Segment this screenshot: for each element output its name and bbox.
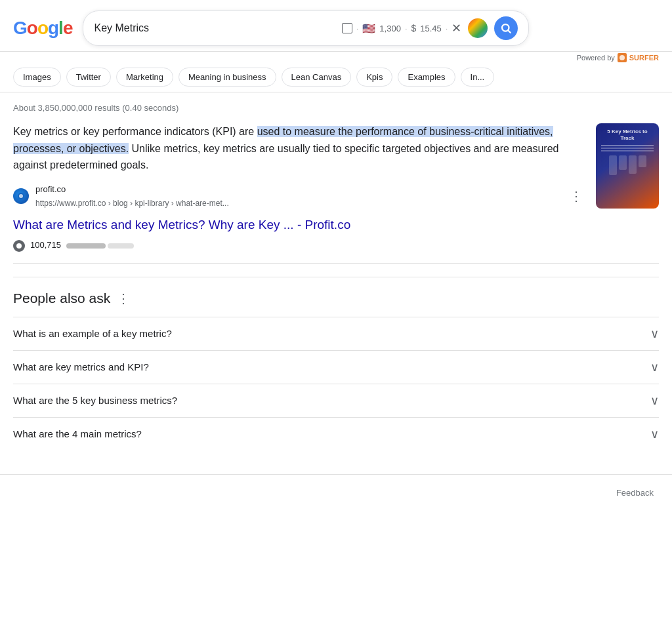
featured-image-thumbnail: 5 Key Metrics to Track	[596, 123, 659, 209]
img-bar-4	[639, 155, 646, 167]
source-line: profit.co https://www.profit.co › blog ›…	[13, 183, 585, 210]
surfer-logo-icon	[619, 54, 625, 61]
flag-icon: 🇺🇸	[362, 22, 375, 35]
search-bar: Key Metrics · 🇺🇸 1,300 · $ 15.45 · ✕	[83, 10, 529, 46]
divider-1	[13, 277, 659, 277]
filter-chip-examples[interactable]: Examples	[398, 68, 455, 87]
chevron-down-icon-1: ∨	[650, 327, 659, 341]
surfer-brand-label: SURFER	[629, 54, 659, 62]
feedback-bar: Feedback	[0, 474, 672, 511]
paa-item-1[interactable]: What is an example of a key metric? ∨	[13, 317, 659, 350]
rating-bar-1	[66, 243, 106, 249]
surfer-icon	[618, 53, 627, 62]
featured-image-label: 5 Key Metrics to Track	[601, 129, 654, 175]
image-title-label: 5 Key Metrics to Track	[601, 129, 654, 142]
result-count-badge: 1,300	[379, 24, 401, 33]
clear-search-icon[interactable]: ✕	[452, 21, 461, 35]
paa-question-1: What is an example of a key metric?	[13, 328, 172, 339]
chevron-down-icon-3: ∨	[650, 393, 659, 408]
img-bar-group	[601, 155, 654, 175]
paa-item-3[interactable]: What are the 5 key business metrics? ∨	[13, 384, 659, 417]
chevron-down-icon-4: ∨	[650, 427, 659, 441]
cost-badge: 15.45	[420, 24, 442, 33]
source-more-icon[interactable]: ⋮	[567, 183, 585, 209]
paa-item-4[interactable]: What are the 4 main metrics? ∨	[13, 417, 659, 451]
results-count: About 3,850,000,000 results (0.40 second…	[13, 103, 659, 113]
rating-symbol-icon	[16, 243, 22, 249]
filter-bar: Images Twitter Marketing Meaning in busi…	[0, 62, 672, 92]
search-input[interactable]: Key Metrics	[94, 22, 335, 34]
rating-bar-2	[108, 243, 134, 249]
dot-sep-1: ·	[356, 24, 359, 33]
filter-chip-meaning-in-business[interactable]: Meaning in business	[178, 68, 276, 87]
svg-point-2	[620, 55, 625, 60]
img-bar-2	[619, 155, 627, 170]
svg-line-1	[509, 30, 511, 32]
search-meta: · 🇺🇸 1,300 · $ 15.45 · ✕	[342, 21, 462, 35]
dot-sep-2: ·	[405, 24, 408, 33]
paa-item-2[interactable]: What are key metrics and KPI? ∨	[13, 350, 659, 384]
rating-line: 100,715	[13, 239, 585, 252]
rating-icon	[13, 240, 25, 252]
google-lens-button[interactable]	[468, 18, 488, 38]
img-line-2	[601, 148, 654, 149]
img-bar-1	[609, 155, 617, 175]
featured-snippet: Key metrics or key performance indicator…	[13, 123, 659, 264]
google-logo: Google	[13, 18, 72, 39]
main-content: About 3,850,000,000 results (0.40 second…	[0, 92, 672, 461]
img-bar-3	[629, 155, 637, 174]
filter-chip-lean-canvas[interactable]: Lean Canvas	[282, 68, 352, 87]
feedback-button[interactable]: Feedback	[611, 485, 659, 500]
paa-question-2: What are key metrics and KPI?	[13, 361, 149, 372]
img-line-1	[601, 145, 654, 146]
filter-chip-marketing[interactable]: Marketing	[116, 68, 173, 87]
result-link[interactable]: What are Metrics and key Metrics? Why ar…	[13, 215, 585, 235]
featured-text: Key metrics or key performance indicator…	[13, 123, 585, 252]
chevron-down-icon-2: ∨	[650, 360, 659, 374]
people-also-ask-section: People also ask ⋮ What is an example of …	[13, 290, 659, 451]
filter-chip-twitter[interactable]: Twitter	[66, 68, 111, 87]
search-icon	[500, 22, 512, 34]
search-button[interactable]	[494, 16, 518, 40]
surfer-powered-label: Powered by	[577, 54, 615, 62]
surfer-bar: Powered by SURFER	[0, 52, 672, 62]
checkbox-icon	[342, 23, 352, 33]
filter-chip-more[interactable]: In...	[461, 68, 495, 87]
source-info: profit.co https://www.profit.co › blog ›…	[35, 183, 560, 210]
source-url: https://www.profit.co › blog › kpi-libra…	[35, 197, 560, 210]
paa-more-icon[interactable]: ⋮	[117, 290, 130, 306]
rating-count: 100,715	[30, 239, 61, 252]
paa-question-3: What are the 5 key business metrics?	[13, 395, 177, 406]
paa-heading: People also ask	[13, 290, 110, 306]
paa-question-4: What are the 4 main metrics?	[13, 428, 142, 439]
profit-co-icon	[17, 192, 25, 200]
featured-text-plain: Key metrics or key performance indicator…	[13, 126, 257, 137]
filter-chip-kpis[interactable]: Kpis	[356, 68, 392, 87]
svg-point-4	[19, 194, 23, 198]
dot-sep-3: ·	[446, 24, 448, 33]
img-line-3	[601, 150, 654, 151]
svg-point-5	[16, 243, 22, 249]
search-bar-wrap: Key Metrics · 🇺🇸 1,300 · $ 15.45 · ✕	[83, 10, 529, 46]
header: Google Key Metrics · 🇺🇸 1,300 · $ 15.45 …	[0, 0, 672, 52]
dollar-icon: $	[411, 23, 417, 33]
source-name: profit.co	[35, 183, 560, 197]
rating-bars	[66, 243, 134, 249]
filter-chip-images[interactable]: Images	[13, 68, 61, 87]
source-favicon	[13, 188, 29, 204]
paa-header: People also ask ⋮	[13, 290, 659, 306]
